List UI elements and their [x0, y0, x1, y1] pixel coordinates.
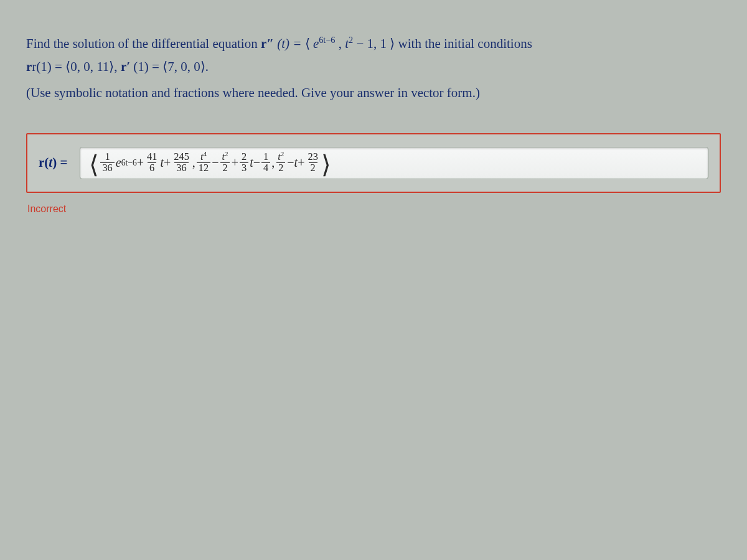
answer-container: r(t) = ⟨ 1 36 e6t−6 + 41 6 t	[26, 133, 721, 193]
problem-suffix: with the initial conditions	[398, 36, 532, 51]
instructions: (Use symbolic notation and fractions whe…	[26, 83, 721, 103]
e-exponent: 6t−6	[319, 35, 335, 45]
e-base: e	[313, 36, 319, 51]
frac-t2-2b: t2 2	[276, 152, 286, 173]
t-exponent: 2	[349, 35, 353, 45]
r-double-prime: r″	[261, 36, 274, 51]
problem-prefix: Find the solution of the differential eq…	[26, 36, 261, 51]
frac-23-2: 23 2	[306, 152, 319, 173]
frac-1-36: 1 36	[100, 152, 114, 173]
problem-line-2: rr(1) = ⟨0, 0, 11⟩, r′ (1) = ⟨7, 0, 0⟩.	[26, 57, 721, 77]
r-prime-of-1: (1) = ⟨7, 0, 0⟩.	[133, 59, 209, 74]
frac-245-36: 245 36	[172, 152, 191, 173]
comma-1: ,	[339, 36, 345, 51]
frac-t4-12: t4 12	[197, 152, 210, 173]
frac-1-4: 1 4	[261, 152, 270, 173]
answer-input[interactable]: ⟨ 1 36 e6t−6 + 41 6 t + 245	[80, 147, 708, 179]
minus-one-one: − 1, 1	[356, 36, 387, 51]
of-t-eq: (t) =	[277, 36, 305, 51]
r-of-1: r(1) = ⟨0, 0, 11⟩,	[32, 59, 121, 74]
r-prime: r′	[121, 59, 130, 74]
langle-1: ⟨	[305, 36, 310, 51]
frac-t2-2: t2 2	[220, 152, 230, 173]
problem-line-1: Find the solution of the differential eq…	[26, 34, 721, 54]
sep-1: ,	[192, 153, 195, 172]
sep-2: ,	[271, 153, 275, 172]
frac-41-6: 41 6	[145, 152, 159, 173]
rangle-1: ⟩	[390, 36, 395, 51]
feedback-incorrect: Incorrect	[26, 202, 721, 217]
answer-label: r(t) =	[39, 152, 72, 173]
frac-2-3: 2 3	[240, 152, 248, 173]
